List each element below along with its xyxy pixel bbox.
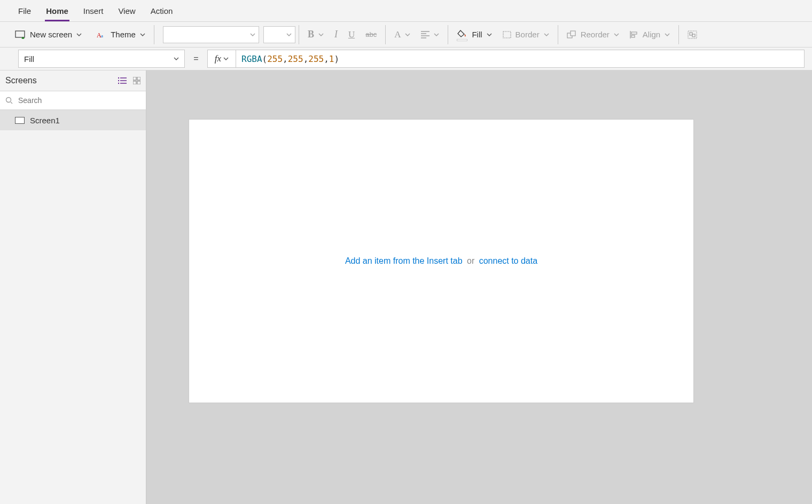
fx-label: fx <box>215 53 221 64</box>
tree-item-screen1[interactable]: Screen1 <box>0 110 146 130</box>
font-color-icon: A <box>394 29 401 40</box>
chevron-down-icon <box>286 32 292 37</box>
canvas-or: or <box>467 256 474 265</box>
tree-list-view-icon[interactable] <box>118 77 127 84</box>
fx-button[interactable]: fx <box>207 50 236 68</box>
ribbon-separator <box>299 25 299 44</box>
border-icon <box>503 31 511 38</box>
chevron-down-icon <box>665 32 670 37</box>
chevron-down-icon <box>434 32 439 37</box>
strikethrough-button[interactable]: abc <box>360 24 382 45</box>
menu-action[interactable]: Action <box>143 0 181 21</box>
tree-item-label: Screen1 <box>30 116 60 125</box>
menu-view[interactable]: View <box>111 0 143 21</box>
bold-icon: B <box>308 29 314 40</box>
formula-input[interactable]: RGBA(255, 255, 255, 1) <box>236 50 805 68</box>
text-align-button[interactable] <box>416 24 444 45</box>
ribbon-separator <box>678 25 679 44</box>
svg-point-11 <box>118 77 119 78</box>
formula-token-fn: RGBA <box>241 54 262 64</box>
align-objects-icon <box>630 30 638 39</box>
fill-bucket-icon <box>457 29 467 40</box>
menu-file[interactable]: File <box>11 0 38 21</box>
underline-icon: U <box>348 29 355 40</box>
ribbon-separator <box>154 25 154 44</box>
svg-rect-0 <box>15 31 25 37</box>
svg-rect-14 <box>133 77 136 80</box>
svg-text:a: a <box>101 33 103 38</box>
insert-tab-link[interactable]: Add an item from the Insert tab <box>345 256 463 265</box>
chevron-down-icon <box>250 32 255 37</box>
bold-button[interactable]: B <box>302 24 329 45</box>
underline-button[interactable]: U <box>343 24 360 45</box>
new-screen-icon <box>15 30 26 39</box>
canvas-area: Add an item from the Insert tab or conne… <box>146 70 812 504</box>
new-screen-button[interactable]: New screen <box>10 24 87 45</box>
reorder-icon <box>567 30 576 39</box>
svg-point-13 <box>118 83 119 84</box>
tree-search[interactable] <box>0 91 146 110</box>
chevron-down-icon <box>140 32 145 37</box>
tree-header: Screens <box>0 70 146 91</box>
tree-search-input[interactable] <box>17 96 140 105</box>
menu-home[interactable]: Home <box>38 0 76 21</box>
ribbon-separator <box>385 25 386 44</box>
fill-button[interactable]: Fill <box>451 24 497 45</box>
chevron-down-icon <box>223 56 229 61</box>
canvas-empty-message: Add an item from the Insert tab or conne… <box>345 256 537 266</box>
tree-title: Screens <box>5 76 37 85</box>
svg-rect-3 <box>503 32 511 38</box>
svg-point-12 <box>118 80 119 81</box>
chevron-down-icon <box>487 32 492 37</box>
new-screen-label: New screen <box>30 30 72 39</box>
design-canvas[interactable]: Add an item from the Insert tab or conne… <box>189 120 693 403</box>
chevron-down-icon <box>614 32 619 37</box>
strikethrough-icon: abc <box>365 30 377 38</box>
menu-bar: File Home Insert View Action <box>0 0 812 22</box>
chevron-down-icon <box>544 32 549 37</box>
svg-rect-16 <box>133 81 136 84</box>
svg-rect-6 <box>631 32 637 34</box>
border-button[interactable]: Border <box>497 24 555 45</box>
tree-thumb-view-icon[interactable] <box>133 77 140 84</box>
svg-rect-15 <box>137 77 140 80</box>
ribbon: New screen A a Theme B I U abc A <box>0 22 812 48</box>
fill-label: Fill <box>472 30 482 39</box>
main-area: Screens <box>0 70 812 504</box>
align-label: Align <box>643 30 660 39</box>
italic-button[interactable]: I <box>329 24 343 45</box>
font-family-select[interactable] <box>163 26 259 43</box>
theme-label: Theme <box>111 30 136 39</box>
ribbon-separator <box>558 25 558 44</box>
connect-data-link[interactable]: connect to data <box>479 256 537 265</box>
svg-rect-9 <box>690 33 692 35</box>
chevron-down-icon <box>174 56 179 61</box>
group-icon <box>688 30 697 39</box>
group-button[interactable] <box>682 24 702 45</box>
theme-button[interactable]: A a Theme <box>91 24 151 45</box>
equals-label: = <box>190 54 202 64</box>
font-size-select[interactable] <box>263 26 295 43</box>
theme-icon: A a <box>97 30 106 39</box>
svg-rect-5 <box>571 31 575 36</box>
chevron-down-icon <box>318 32 324 37</box>
search-icon <box>5 97 13 104</box>
reorder-button[interactable]: Reorder <box>561 24 624 45</box>
formula-bar: Fill = fx RGBA(255, 255, 255, 1) <box>0 48 812 70</box>
svg-rect-17 <box>137 81 140 84</box>
italic-icon: I <box>334 29 338 40</box>
tree-panel: Screens <box>0 70 146 504</box>
property-label: Fill <box>24 54 34 64</box>
property-select[interactable]: Fill <box>18 50 185 68</box>
ribbon-separator <box>448 25 448 44</box>
svg-rect-7 <box>631 35 635 37</box>
align-button[interactable]: Align <box>624 24 675 45</box>
chevron-down-icon <box>405 32 410 37</box>
chevron-down-icon <box>76 32 82 37</box>
reorder-label: Reorder <box>581 30 610 39</box>
menu-insert[interactable]: Insert <box>76 0 111 21</box>
border-label: Border <box>516 30 540 39</box>
svg-point-18 <box>6 98 11 103</box>
svg-rect-10 <box>692 34 695 37</box>
font-color-button[interactable]: A <box>389 24 416 45</box>
